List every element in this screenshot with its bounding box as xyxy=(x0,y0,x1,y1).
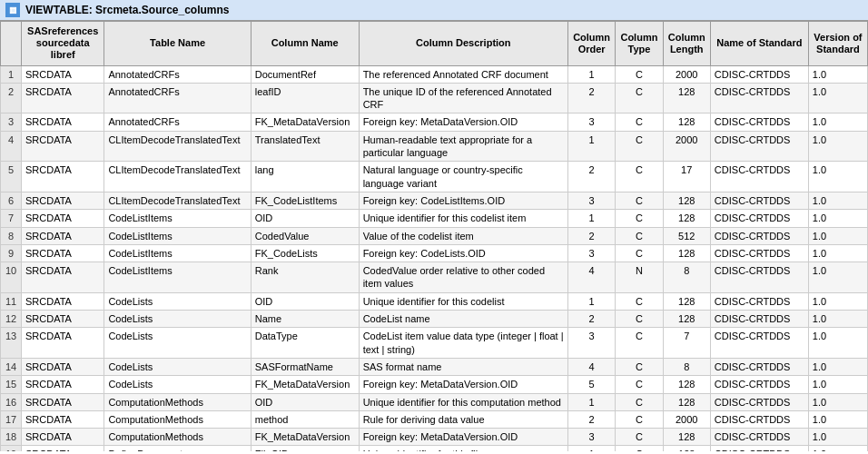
table-cell: 1.0 xyxy=(808,192,867,209)
table-row: 10SRCDATACodeListItemsRankCodedValue ord… xyxy=(1,262,868,293)
table-cell: 4 xyxy=(567,358,615,375)
table-row: 1SRCDATAAnnotatedCRFsDocumentRefThe refe… xyxy=(1,65,868,83)
table-cell: SRCDATA xyxy=(22,429,104,446)
table-row: 3SRCDATAAnnotatedCRFsFK_MetaDataVersionF… xyxy=(1,114,868,131)
table-cell: 128 xyxy=(663,311,710,328)
table-cell: 7 xyxy=(663,328,710,359)
table-cell: 3 xyxy=(567,192,615,209)
table-cell: 3 xyxy=(567,244,615,262)
table-cell: 19 xyxy=(1,446,22,451)
table-cell: SAS format name xyxy=(359,358,567,375)
table-cell: 5 xyxy=(1,162,22,192)
table-cell: 512 xyxy=(663,227,710,244)
table-cell: CDISC-CRTDDS xyxy=(710,162,808,192)
title-bar: ▦ VIEWTABLE: Srcmeta.Source_columns xyxy=(0,0,868,21)
table-cell: 128 xyxy=(663,192,710,209)
table-cell: 3 xyxy=(1,114,22,131)
table-cell: 1.0 xyxy=(808,376,867,393)
table-cell: 1.0 xyxy=(808,292,867,310)
table-cell: lang xyxy=(251,162,359,192)
table-cell: Unique identifier for this file xyxy=(359,446,567,451)
table-cell: 1 xyxy=(567,65,615,83)
table-cell: ComputationMethods xyxy=(104,410,251,428)
table-cell: CDISC-CRTDDS xyxy=(710,114,808,131)
table-cell: The referenced Annotated CRF document xyxy=(359,65,567,83)
table-cell: Foreign key: CodeListItems.OID xyxy=(359,192,567,209)
table-cell: 11 xyxy=(1,292,22,310)
table-container[interactable]: SASreferencessourcedatalibref Table Name… xyxy=(0,21,868,451)
th-tablename: Table Name xyxy=(104,22,251,66)
table-cell: 128 xyxy=(663,446,710,451)
table-cell: CDISC-CRTDDS xyxy=(710,358,808,375)
table-cell: CDISC-CRTDDS xyxy=(710,376,808,393)
table-row: 8SRCDATACodeListItemsCodedValueValue of … xyxy=(1,227,868,244)
table-cell: 128 xyxy=(663,376,710,393)
table-row: 19SRCDATADefineDocumentFileOIDUnique ide… xyxy=(1,446,868,451)
table-cell: DefineDocument xyxy=(104,446,251,451)
table-cell: DataType xyxy=(251,328,359,359)
table-cell: FK_MetaDataVersion xyxy=(251,429,359,446)
table-cell: 1.0 xyxy=(808,131,867,162)
table-cell: SRCDATA xyxy=(22,358,104,375)
table-cell: C xyxy=(616,328,663,359)
table-cell: CodeLists xyxy=(104,358,251,375)
table-cell: CDISC-CRTDDS xyxy=(710,65,808,83)
table-cell: Rank xyxy=(251,262,359,293)
table-cell: SASFormatName xyxy=(251,358,359,375)
table-cell: SRCDATA xyxy=(22,262,104,293)
table-cell: 128 xyxy=(663,244,710,262)
table-cell: CodeListItems xyxy=(104,262,251,293)
table-cell: 1.0 xyxy=(808,410,867,428)
table-cell: SRCDATA xyxy=(22,376,104,393)
table-cell: 1.0 xyxy=(808,311,867,328)
title-icon: ▦ xyxy=(5,3,20,17)
table-cell: CodeLists xyxy=(104,311,251,328)
table-cell: 1 xyxy=(567,131,615,162)
table-row: 12SRCDATACodeListsNameCodeList name2C128… xyxy=(1,311,868,328)
table-cell: CDISC-CRTDDS xyxy=(710,328,808,359)
table-cell: leafID xyxy=(251,83,359,114)
table-cell: CLItemDecodeTranslatedText xyxy=(104,162,251,192)
table-cell: C xyxy=(616,114,663,131)
table-cell: SRCDATA xyxy=(22,114,104,131)
table-cell: SRCDATA xyxy=(22,227,104,244)
table-row: 14SRCDATACodeListsSASFormatNameSAS forma… xyxy=(1,358,868,375)
th-colorder: ColumnOrder xyxy=(567,22,615,66)
table-cell: 17 xyxy=(663,162,710,192)
table-cell: 10 xyxy=(1,262,22,293)
table-cell: Natural language or country-specific lan… xyxy=(359,162,567,192)
table-row: 15SRCDATACodeListsFK_MetaDataVersionFore… xyxy=(1,376,868,393)
table-cell: SRCDATA xyxy=(22,210,104,227)
table-cell: 1.0 xyxy=(808,328,867,359)
th-version: Version ofStandard xyxy=(808,22,867,66)
table-cell: Foreign key: CodeLists.OID xyxy=(359,244,567,262)
table-cell: 128 xyxy=(663,114,710,131)
table-cell: 1 xyxy=(567,292,615,310)
table-cell: SRCDATA xyxy=(22,410,104,428)
table-cell: 5 xyxy=(567,376,615,393)
table-cell: SRCDATA xyxy=(22,162,104,192)
table-cell: FK_CodeListItems xyxy=(251,192,359,209)
table-cell: 3 xyxy=(567,114,615,131)
table-cell: FK_CodeLists xyxy=(251,244,359,262)
table-cell: 18 xyxy=(1,429,22,446)
table-cell: 2000 xyxy=(663,410,710,428)
table-cell: AnnotatedCRFs xyxy=(104,83,251,114)
table-cell: 1.0 xyxy=(808,210,867,227)
table-row: 2SRCDATAAnnotatedCRFsleafIDThe unique ID… xyxy=(1,83,868,114)
table-cell: 17 xyxy=(1,410,22,428)
table-cell: CDISC-CRTDDS xyxy=(710,192,808,209)
table-cell: C xyxy=(616,358,663,375)
table-cell: Foreign key: MetaDataVersion.OID xyxy=(359,429,567,446)
table-cell: CodeLists xyxy=(104,292,251,310)
table-cell: 1.0 xyxy=(808,358,867,375)
table-cell: 1.0 xyxy=(808,429,867,446)
table-cell: SRCDATA xyxy=(22,192,104,209)
table-cell: OID xyxy=(251,393,359,410)
table-cell: Unique identifier for this computation m… xyxy=(359,393,567,410)
table-cell: CDISC-CRTDDS xyxy=(710,311,808,328)
table-cell: C xyxy=(616,192,663,209)
window-title: VIEWTABLE: Srcmeta.Source_columns xyxy=(25,4,230,16)
table-row: 11SRCDATACodeListsOIDUnique identifier f… xyxy=(1,292,868,310)
table-cell: 128 xyxy=(663,83,710,114)
